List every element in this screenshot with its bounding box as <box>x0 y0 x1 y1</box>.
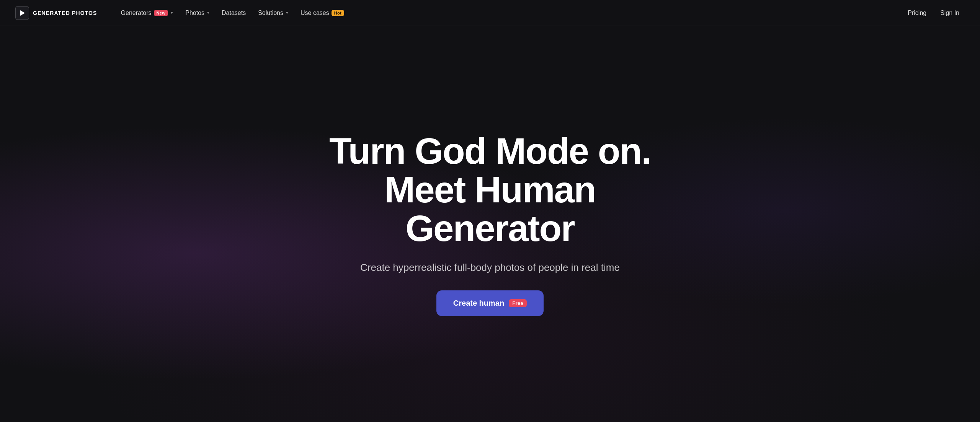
cta-label: Create human <box>453 299 504 308</box>
chevron-down-icon: ▾ <box>171 10 173 15</box>
nav-item-generators[interactable]: Generators New ▾ <box>116 7 179 20</box>
nav-right: Pricing Sign In <box>902 7 965 20</box>
nav-label-generators: Generators <box>121 10 152 16</box>
chevron-down-icon: ▾ <box>207 10 209 15</box>
logo-icon <box>15 6 29 20</box>
hero-subtitle: Create hyperrealistic full-body photos o… <box>360 260 620 275</box>
chevron-down-icon: ▾ <box>286 10 288 15</box>
hero-section: Turn God Mode on. Meet Human Generator C… <box>0 0 980 422</box>
nav-label-solutions: Solutions <box>258 10 283 16</box>
nav-label-use-cases: Use cases <box>301 10 329 16</box>
nav-item-photos[interactable]: Photos ▾ <box>180 7 215 20</box>
cta-free-badge: Free <box>509 299 527 307</box>
badge-new: New <box>154 10 168 16</box>
nav-label-photos: Photos <box>185 10 204 16</box>
nav-label-datasets: Datasets <box>222 10 246 16</box>
nav-signin-button[interactable]: Sign In <box>935 7 965 20</box>
badge-hot: Hot <box>332 10 344 16</box>
create-human-button[interactable]: Create human Free <box>436 290 544 316</box>
nav-item-datasets[interactable]: Datasets <box>216 7 251 20</box>
hero-content: Turn God Mode on. Meet Human Generator C… <box>299 132 681 316</box>
hero-title-line1: Turn God Mode on. <box>329 130 651 171</box>
navbar: GENERATED PHOTOS Generators New ▾ Photos… <box>0 0 980 26</box>
svg-marker-0 <box>20 10 25 16</box>
hero-title-line2: Meet Human Generator <box>384 169 596 249</box>
nav-item-solutions[interactable]: Solutions ▾ <box>253 7 294 20</box>
nav-pricing-link[interactable]: Pricing <box>902 7 932 20</box>
hero-title: Turn God Mode on. Meet Human Generator <box>299 132 681 248</box>
logo-text: GENERATED PHOTOS <box>33 10 97 16</box>
nav-links: Generators New ▾ Photos ▾ Datasets Solut… <box>116 7 903 20</box>
logo-link[interactable]: GENERATED PHOTOS <box>15 6 97 20</box>
nav-item-use-cases[interactable]: Use cases Hot <box>295 7 350 20</box>
